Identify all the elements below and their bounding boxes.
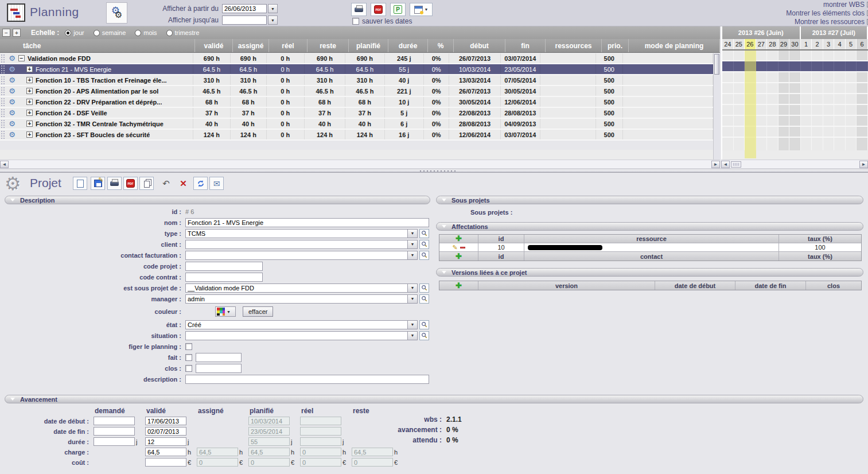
edit-pencil-icon[interactable]: ✎ xyxy=(452,244,457,251)
type-lookup-button[interactable] xyxy=(419,229,429,238)
task-gear-icon[interactable]: ⚙ xyxy=(7,119,17,128)
freeze-planning-checkbox[interactable] xyxy=(185,343,192,350)
progress-input[interactable] xyxy=(94,437,135,446)
drag-handle-icon[interactable] xyxy=(1,65,5,73)
subprojects-panel-header[interactable]: Sous projets xyxy=(436,196,863,204)
expand-icon[interactable]: + xyxy=(26,131,33,138)
progress-input[interactable] xyxy=(145,448,186,456)
filter-from-dropdown-button[interactable]: ▼ xyxy=(268,4,278,13)
column-header-ressources[interactable]: ressources xyxy=(546,39,602,52)
copy-button[interactable] xyxy=(139,177,154,190)
situation-input[interactable] xyxy=(185,331,408,340)
task-row[interactable]: ⚙−Validation mode FDD690 h690 h0 h690 h6… xyxy=(0,53,713,64)
scale-option-mois[interactable]: mois xyxy=(135,29,157,36)
filter-from-input[interactable] xyxy=(222,4,267,13)
calendar-horizontal-scrollbar[interactable]: ◄ ► xyxy=(721,160,868,168)
add-icon[interactable]: ✚ xyxy=(456,254,462,259)
filter-to-input[interactable] xyxy=(222,15,267,25)
radio-icon[interactable] xyxy=(166,30,173,36)
done-date-input[interactable] xyxy=(196,353,242,362)
description-input[interactable] xyxy=(185,375,429,384)
save-button[interactable] xyxy=(91,177,105,190)
task-gear-icon[interactable]: ⚙ xyxy=(7,108,17,117)
column-header-tche[interactable]: tâche xyxy=(0,39,195,52)
project-code-input[interactable] xyxy=(185,262,263,271)
drag-handle-icon[interactable] xyxy=(1,54,5,63)
zoom-out-button[interactable]: − xyxy=(2,29,10,37)
column-header-prio[interactable]: prio. xyxy=(602,39,629,52)
print-button[interactable] xyxy=(351,3,367,16)
versions-panel-header[interactable]: Versions liées à ce projet xyxy=(436,268,863,277)
expand-icon[interactable]: + xyxy=(26,99,33,105)
scale-option-semaine[interactable]: semaine xyxy=(94,29,126,36)
done-checkbox[interactable] xyxy=(185,354,192,361)
scale-option-jour[interactable]: jour xyxy=(65,29,84,36)
progress-panel-header[interactable]: Avancement xyxy=(5,395,863,403)
expand-icon[interactable]: + xyxy=(26,121,33,127)
scroll-right-button[interactable]: ► xyxy=(711,161,720,168)
contract-code-input[interactable] xyxy=(185,273,263,282)
manager-lookup-button[interactable] xyxy=(419,294,429,304)
description-panel-header[interactable]: Description xyxy=(5,196,430,204)
name-input[interactable] xyxy=(185,218,429,227)
table-horizontal-scrollbar[interactable]: ◄ ► xyxy=(0,160,720,168)
splitter-handle-icon[interactable] xyxy=(419,170,456,172)
billing-contact-input[interactable] xyxy=(185,251,408,260)
save-dates-checkbox[interactable] xyxy=(352,18,359,25)
task-gear-icon[interactable]: ⚙ xyxy=(7,76,17,84)
color-picker-button[interactable]: ▼ xyxy=(215,306,236,317)
expand-icon[interactable]: + xyxy=(26,88,33,94)
add-icon[interactable]: ✚ xyxy=(456,236,462,242)
new-document-button[interactable] xyxy=(73,177,87,190)
drag-handle-icon[interactable] xyxy=(1,76,5,84)
progress-input[interactable] xyxy=(145,417,186,425)
situation-dropdown-button[interactable]: ▼ xyxy=(408,331,418,340)
status-lookup-button[interactable] xyxy=(419,320,429,329)
progress-input[interactable] xyxy=(145,427,186,436)
type-dropdown-button[interactable]: ▼ xyxy=(408,229,418,238)
refresh-button[interactable] xyxy=(193,177,208,190)
task-row[interactable]: ⚙+Fonction 23 - SFT Boucles de sécurité1… xyxy=(0,130,713,141)
closed-checkbox[interactable] xyxy=(185,365,192,372)
type-input[interactable] xyxy=(185,229,408,238)
progress-input[interactable] xyxy=(145,458,186,467)
billing-contact-lookup-button[interactable] xyxy=(419,251,429,260)
status-dropdown-button[interactable]: ▼ xyxy=(408,320,418,329)
radio-icon[interactable] xyxy=(65,30,71,36)
mail-button[interactable]: ✉ xyxy=(209,177,224,190)
scale-option-trimestre[interactable]: trimestre xyxy=(166,29,200,36)
expand-icon[interactable]: + xyxy=(26,66,33,72)
progress-input[interactable] xyxy=(145,437,186,446)
drag-handle-icon[interactable] xyxy=(1,98,5,106)
billing-contact-dropdown-button[interactable]: ▼ xyxy=(408,251,418,260)
task-row[interactable]: ⚙+Fonction 20 - APS Alimentation par le … xyxy=(0,86,713,97)
pdf-export-button[interactable]: PDF xyxy=(123,177,138,190)
pdf-export-button[interactable]: PDF xyxy=(371,3,386,16)
client-lookup-button[interactable] xyxy=(419,240,429,249)
task-row[interactable]: ⚙+Fonction 21 - MVS Energie64.5 h64.5 h0… xyxy=(0,64,713,75)
drag-handle-icon[interactable] xyxy=(1,87,5,95)
progress-input[interactable] xyxy=(94,427,135,436)
undo-button[interactable]: ↶ xyxy=(159,177,173,190)
task-row[interactable]: ⚙+Fonction 24 - DSF Veille37 h37 h0 h37 … xyxy=(0,108,713,119)
parent-project-lookup-button[interactable] xyxy=(419,283,429,293)
parent-project-dropdown-button[interactable]: ▼ xyxy=(408,283,418,293)
assignment-row[interactable]: ✎ 10 100 xyxy=(439,243,861,252)
print-button[interactable] xyxy=(107,177,122,190)
vertical-scrollbar[interactable] xyxy=(713,53,720,160)
column-header-assign[interactable]: assigné xyxy=(233,39,269,52)
task-gear-icon[interactable]: ⚙ xyxy=(7,65,17,73)
progress-input[interactable] xyxy=(94,417,135,425)
collapse-icon[interactable]: − xyxy=(18,55,25,61)
closed-date-input[interactable] xyxy=(196,364,242,373)
column-header-reste[interactable]: reste xyxy=(308,39,349,52)
view-toggle-link-0[interactable]: montrer WBS xyxy=(823,1,865,9)
task-gear-icon[interactable]: ⚙ xyxy=(7,87,17,95)
task-row[interactable]: ⚙+Fonction 32 - TMR Centrale Tachymétriq… xyxy=(0,119,713,130)
settings-gears-button[interactable]: ⚙ ⚙ xyxy=(106,2,127,24)
column-header-valid[interactable]: validé xyxy=(195,39,233,52)
parent-project-input[interactable] xyxy=(185,283,408,293)
column-header-dbut[interactable]: début xyxy=(454,39,505,52)
assignments-panel-header[interactable]: Affectations xyxy=(436,222,863,231)
column-header-modedeplanning[interactable]: mode de planning xyxy=(629,39,720,52)
